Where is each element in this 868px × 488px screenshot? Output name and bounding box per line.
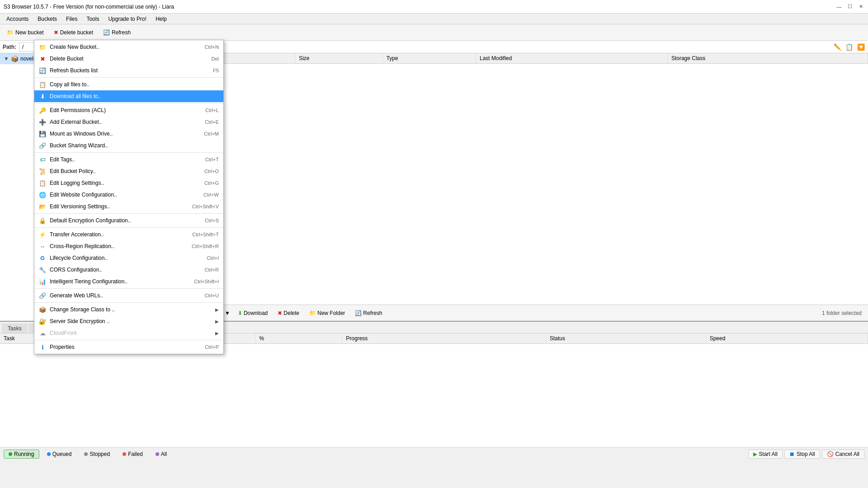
ctx-download-all-files-icon: ⬇ (39, 93, 46, 100)
ctx-cloudfront-label: CloudFront (50, 330, 212, 336)
ctx-edit-tags-label: Edit Tags.. (50, 156, 202, 163)
ctx-change-storage-class-label: Change Storage Class to .. (50, 306, 212, 313)
ctx-server-side-encryption[interactable]: 🔐 Server Side Encryption .. ▶ (34, 315, 223, 327)
ctx-mount-windows-drive-label: Mount as Windows Drive.. (50, 131, 200, 137)
ctx-edit-website[interactable]: 🌐 Edit Website Configuration.. Ctrl+W (34, 189, 223, 201)
ctx-cloudfront-arrow: ▶ (215, 331, 219, 336)
ctx-edit-logging-label: Edit Logging Settings.. (50, 180, 201, 186)
ctx-delete-bucket-shortcut: Del (211, 56, 219, 61)
ctx-add-external-bucket-shortcut: Ctrl+E (205, 119, 219, 125)
ctx-default-encryption-shortcut: Ctrl+S (205, 218, 219, 223)
ctx-transfer-acceleration[interactable]: ⚡ Transfer Acceleration.. Ctrl+Shift+T (34, 229, 223, 240)
ctx-cloudfront: ☁ CloudFront ▶ (34, 327, 223, 339)
ctx-cloudfront-icon: ☁ (39, 329, 46, 337)
ctx-edit-logging-shortcut: Ctrl+G (204, 180, 219, 186)
ctx-change-storage-class[interactable]: 📦 Change Storage Class to .. ▶ (34, 304, 223, 315)
ctx-add-external-bucket-label: Add External Bucket.. (50, 119, 201, 125)
ctx-edit-bucket-policy[interactable]: 📜 Edit Bucket Policy.. Ctrl+O (34, 165, 223, 177)
ctx-server-side-encryption-icon: 🔐 (39, 318, 46, 325)
ctx-edit-bucket-policy-shortcut: Ctrl+O (204, 169, 219, 174)
ctx-cors-config-shortcut: Ctrl+R (205, 267, 219, 272)
ctx-edit-permissions[interactable]: 🔑 Edit Permissions (ACL) Ctrl+L (34, 104, 223, 116)
ctx-edit-permissions-icon: 🔑 (39, 107, 46, 114)
ctx-transfer-acceleration-label: Transfer Acceleration.. (50, 231, 189, 238)
ctx-change-storage-class-arrow: ▶ (215, 307, 219, 312)
ctx-properties-label: Properties (50, 344, 201, 350)
ctx-download-all-files-label: Download all files to.. (50, 93, 215, 99)
ctx-add-external-bucket[interactable]: ➕ Add External Bucket.. Ctrl+E (34, 116, 223, 128)
ctx-default-encryption-label: Default Encryption Configuration.. (50, 217, 201, 224)
ctx-intelligent-tiering-shortcut: Ctrl+Shift+I (194, 279, 219, 284)
ctx-bucket-sharing-wizard-label: Bucket Sharing Wizard.. (50, 142, 215, 149)
ctx-transfer-acceleration-icon: ⚡ (39, 231, 46, 238)
ctx-sep2 (34, 103, 223, 103)
ctx-edit-website-label: Edit Website Configuration.. (50, 192, 200, 198)
ctx-copy-all-files[interactable]: 📋 Copy all files to.. (34, 79, 223, 90)
ctx-edit-permissions-label: Edit Permissions (ACL) (50, 107, 202, 113)
ctx-lifecycle-config-icon: ♻ (39, 254, 46, 262)
ctx-cors-config[interactable]: 🔧 CORS Configuration.. Ctrl+R (34, 264, 223, 276)
ctx-properties-icon: ℹ (39, 343, 46, 351)
ctx-sep5 (34, 227, 223, 228)
ctx-edit-permissions-shortcut: Ctrl+L (205, 108, 219, 113)
ctx-sep1 (34, 77, 223, 78)
ctx-properties-shortcut: Ctrl+P (205, 344, 219, 350)
ctx-lifecycle-config[interactable]: ♻ Lifecycle Configuration.. Ctrl+I (34, 252, 223, 264)
ctx-refresh-buckets-label: Refresh Buckets list (50, 67, 209, 74)
ctx-generate-web-urls-icon: 🔗 (39, 292, 46, 299)
ctx-edit-tags-icon: 🏷 (39, 156, 46, 163)
ctx-generate-web-urls-shortcut: Ctrl+U (205, 293, 219, 298)
ctx-intelligent-tiering-label: Intelligent Tiering Configuration.. (50, 278, 190, 285)
ctx-sep4 (34, 213, 223, 214)
ctx-edit-logging[interactable]: 📋 Edit Logging Settings.. Ctrl+G (34, 177, 223, 189)
ctx-edit-versioning-icon: 📂 (39, 203, 46, 210)
ctx-refresh-buckets-icon: 🔄 (39, 67, 46, 74)
ctx-cross-region-replication[interactable]: ↔ Cross-Region Replication.. Ctrl+Shift+… (34, 240, 223, 252)
ctx-create-new-bucket-label: Create New Bucket.. (50, 44, 201, 50)
ctx-default-encryption-icon: 🔒 (39, 217, 46, 224)
ctx-download-all-files[interactable]: ⬇ Download all files to.. (34, 90, 223, 102)
ctx-edit-tags-shortcut: Ctrl+T (205, 157, 219, 162)
ctx-cors-config-label: CORS Configuration.. (50, 267, 201, 273)
ctx-edit-tags[interactable]: 🏷 Edit Tags.. Ctrl+T (34, 154, 223, 165)
ctx-lifecycle-config-shortcut: Ctrl+I (207, 255, 219, 261)
ctx-intelligent-tiering[interactable]: 📊 Intelligent Tiering Configuration.. Ct… (34, 276, 223, 287)
ctx-edit-bucket-policy-label: Edit Bucket Policy.. (50, 168, 201, 174)
ctx-cross-region-replication-label: Cross-Region Replication.. (50, 243, 188, 249)
ctx-bucket-sharing-wizard-icon: 🔗 (39, 142, 46, 149)
ctx-delete-bucket[interactable]: ✖ Delete Bucket Del (34, 53, 223, 65)
ctx-copy-all-files-icon: 📋 (39, 81, 46, 88)
ctx-sep6 (34, 288, 223, 289)
ctx-mount-windows-drive-shortcut: Ctrl+M (204, 131, 219, 136)
ctx-mount-windows-drive-icon: 💾 (39, 130, 46, 137)
ctx-server-side-encryption-arrow: ▶ (215, 319, 219, 324)
ctx-cors-config-icon: 🔧 (39, 266, 46, 273)
ctx-delete-bucket-icon: ✖ (39, 55, 46, 62)
ctx-cross-region-replication-shortcut: Ctrl+Shift+R (192, 244, 219, 249)
ctx-add-external-bucket-icon: ➕ (39, 118, 46, 126)
ctx-sep7 (34, 302, 223, 303)
ctx-edit-website-icon: 🌐 (39, 191, 46, 198)
ctx-bucket-sharing-wizard[interactable]: 🔗 Bucket Sharing Wizard.. (34, 140, 223, 151)
ctx-delete-bucket-label: Delete Bucket (50, 56, 208, 62)
ctx-edit-website-shortcut: Ctrl+W (203, 192, 219, 197)
ctx-edit-versioning-label: Edit Versioning Settings.. (50, 203, 189, 210)
ctx-edit-versioning[interactable]: 📂 Edit Versioning Settings.. Ctrl+Shift+… (34, 201, 223, 212)
ctx-intelligent-tiering-icon: 📊 (39, 278, 46, 285)
ctx-change-storage-class-icon: 📦 (39, 306, 46, 313)
ctx-refresh-buckets-list[interactable]: 🔄 Refresh Buckets list F5 (34, 65, 223, 76)
ctx-refresh-buckets-shortcut: F5 (213, 68, 219, 73)
ctx-mount-windows-drive[interactable]: 💾 Mount as Windows Drive.. Ctrl+M (34, 128, 223, 140)
ctx-create-new-bucket-icon: 📁 (39, 43, 46, 51)
ctx-transfer-acceleration-shortcut: Ctrl+Shift+T (192, 232, 219, 237)
ctx-sep3 (34, 152, 223, 153)
ctx-properties[interactable]: ℹ Properties Ctrl+P (34, 341, 223, 353)
ctx-edit-bucket-policy-icon: 📜 (39, 168, 46, 175)
ctx-create-new-bucket-shortcut: Ctrl+N (205, 44, 219, 50)
ctx-sep8 (34, 340, 223, 340)
ctx-default-encryption[interactable]: 🔒 Default Encryption Configuration.. Ctr… (34, 215, 223, 226)
ctx-generate-web-urls[interactable]: 🔗 Generate Web URLs.. Ctrl+U (34, 290, 223, 301)
ctx-server-side-encryption-label: Server Side Encryption .. (50, 318, 212, 324)
ctx-create-new-bucket[interactable]: 📁 Create New Bucket.. Ctrl+N (34, 41, 223, 53)
ctx-edit-versioning-shortcut: Ctrl+Shift+V (192, 204, 219, 209)
